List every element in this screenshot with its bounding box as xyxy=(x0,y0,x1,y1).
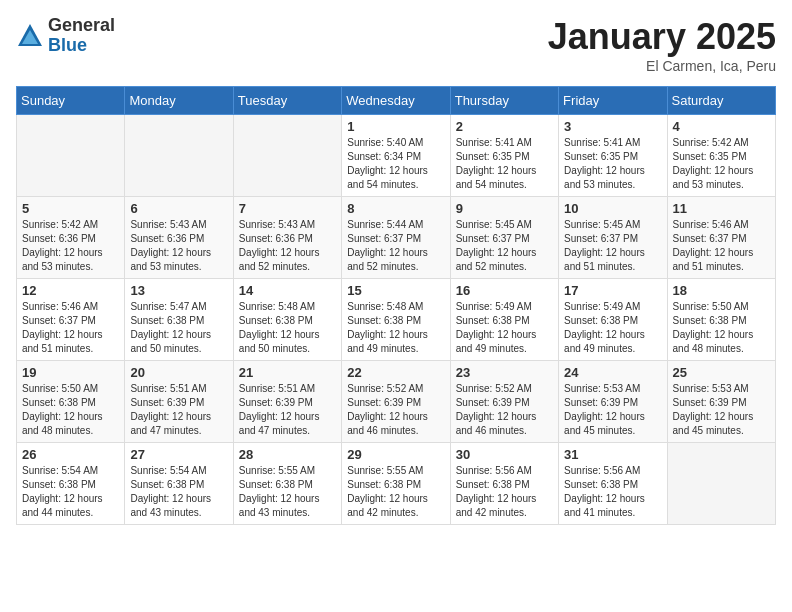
day-number: 22 xyxy=(347,365,444,380)
calendar-week-5: 26Sunrise: 5:54 AM Sunset: 6:38 PM Dayli… xyxy=(17,443,776,525)
day-number: 27 xyxy=(130,447,227,462)
day-info: Sunrise: 5:53 AM Sunset: 6:39 PM Dayligh… xyxy=(564,382,661,438)
day-number: 16 xyxy=(456,283,553,298)
day-info: Sunrise: 5:48 AM Sunset: 6:38 PM Dayligh… xyxy=(347,300,444,356)
day-number: 8 xyxy=(347,201,444,216)
day-number: 23 xyxy=(456,365,553,380)
day-number: 31 xyxy=(564,447,661,462)
day-number: 19 xyxy=(22,365,119,380)
calendar-cell: 25Sunrise: 5:53 AM Sunset: 6:39 PM Dayli… xyxy=(667,361,775,443)
day-number: 13 xyxy=(130,283,227,298)
day-info: Sunrise: 5:53 AM Sunset: 6:39 PM Dayligh… xyxy=(673,382,770,438)
day-number: 12 xyxy=(22,283,119,298)
day-info: Sunrise: 5:52 AM Sunset: 6:39 PM Dayligh… xyxy=(456,382,553,438)
calendar-cell: 16Sunrise: 5:49 AM Sunset: 6:38 PM Dayli… xyxy=(450,279,558,361)
day-number: 24 xyxy=(564,365,661,380)
logo: General Blue xyxy=(16,16,115,56)
calendar-cell: 22Sunrise: 5:52 AM Sunset: 6:39 PM Dayli… xyxy=(342,361,450,443)
title-section: January 2025 El Carmen, Ica, Peru xyxy=(548,16,776,74)
location-text: El Carmen, Ica, Peru xyxy=(548,58,776,74)
day-info: Sunrise: 5:49 AM Sunset: 6:38 PM Dayligh… xyxy=(564,300,661,356)
day-info: Sunrise: 5:40 AM Sunset: 6:34 PM Dayligh… xyxy=(347,136,444,192)
calendar-cell: 29Sunrise: 5:55 AM Sunset: 6:38 PM Dayli… xyxy=(342,443,450,525)
day-info: Sunrise: 5:52 AM Sunset: 6:39 PM Dayligh… xyxy=(347,382,444,438)
day-number: 15 xyxy=(347,283,444,298)
calendar-cell: 10Sunrise: 5:45 AM Sunset: 6:37 PM Dayli… xyxy=(559,197,667,279)
day-number: 7 xyxy=(239,201,336,216)
calendar-header-row: SundayMondayTuesdayWednesdayThursdayFrid… xyxy=(17,87,776,115)
calendar-cell xyxy=(17,115,125,197)
calendar-cell: 2Sunrise: 5:41 AM Sunset: 6:35 PM Daylig… xyxy=(450,115,558,197)
day-number: 14 xyxy=(239,283,336,298)
calendar-week-2: 5Sunrise: 5:42 AM Sunset: 6:36 PM Daylig… xyxy=(17,197,776,279)
day-number: 11 xyxy=(673,201,770,216)
calendar-cell: 7Sunrise: 5:43 AM Sunset: 6:36 PM Daylig… xyxy=(233,197,341,279)
calendar-cell xyxy=(233,115,341,197)
day-number: 2 xyxy=(456,119,553,134)
calendar-cell: 28Sunrise: 5:55 AM Sunset: 6:38 PM Dayli… xyxy=(233,443,341,525)
day-info: Sunrise: 5:51 AM Sunset: 6:39 PM Dayligh… xyxy=(130,382,227,438)
day-info: Sunrise: 5:48 AM Sunset: 6:38 PM Dayligh… xyxy=(239,300,336,356)
day-info: Sunrise: 5:46 AM Sunset: 6:37 PM Dayligh… xyxy=(22,300,119,356)
calendar-cell xyxy=(125,115,233,197)
day-info: Sunrise: 5:46 AM Sunset: 6:37 PM Dayligh… xyxy=(673,218,770,274)
calendar-cell: 23Sunrise: 5:52 AM Sunset: 6:39 PM Dayli… xyxy=(450,361,558,443)
day-number: 3 xyxy=(564,119,661,134)
calendar-week-4: 19Sunrise: 5:50 AM Sunset: 6:38 PM Dayli… xyxy=(17,361,776,443)
calendar-cell: 12Sunrise: 5:46 AM Sunset: 6:37 PM Dayli… xyxy=(17,279,125,361)
day-info: Sunrise: 5:51 AM Sunset: 6:39 PM Dayligh… xyxy=(239,382,336,438)
day-number: 6 xyxy=(130,201,227,216)
calendar-cell: 9Sunrise: 5:45 AM Sunset: 6:37 PM Daylig… xyxy=(450,197,558,279)
day-info: Sunrise: 5:56 AM Sunset: 6:38 PM Dayligh… xyxy=(564,464,661,520)
day-number: 28 xyxy=(239,447,336,462)
month-title: January 2025 xyxy=(548,16,776,58)
page-header: General Blue January 2025 El Carmen, Ica… xyxy=(16,16,776,74)
calendar-weekday-wednesday: Wednesday xyxy=(342,87,450,115)
day-info: Sunrise: 5:42 AM Sunset: 6:35 PM Dayligh… xyxy=(673,136,770,192)
day-info: Sunrise: 5:55 AM Sunset: 6:38 PM Dayligh… xyxy=(347,464,444,520)
day-number: 9 xyxy=(456,201,553,216)
calendar-cell: 17Sunrise: 5:49 AM Sunset: 6:38 PM Dayli… xyxy=(559,279,667,361)
calendar-weekday-friday: Friday xyxy=(559,87,667,115)
day-number: 26 xyxy=(22,447,119,462)
logo-blue-text: Blue xyxy=(48,36,115,56)
day-info: Sunrise: 5:43 AM Sunset: 6:36 PM Dayligh… xyxy=(239,218,336,274)
day-number: 29 xyxy=(347,447,444,462)
calendar-weekday-saturday: Saturday xyxy=(667,87,775,115)
day-info: Sunrise: 5:50 AM Sunset: 6:38 PM Dayligh… xyxy=(22,382,119,438)
calendar-cell: 6Sunrise: 5:43 AM Sunset: 6:36 PM Daylig… xyxy=(125,197,233,279)
day-info: Sunrise: 5:55 AM Sunset: 6:38 PM Dayligh… xyxy=(239,464,336,520)
day-info: Sunrise: 5:45 AM Sunset: 6:37 PM Dayligh… xyxy=(456,218,553,274)
day-info: Sunrise: 5:43 AM Sunset: 6:36 PM Dayligh… xyxy=(130,218,227,274)
calendar-cell: 8Sunrise: 5:44 AM Sunset: 6:37 PM Daylig… xyxy=(342,197,450,279)
day-number: 21 xyxy=(239,365,336,380)
calendar-weekday-thursday: Thursday xyxy=(450,87,558,115)
calendar-weekday-tuesday: Tuesday xyxy=(233,87,341,115)
day-number: 17 xyxy=(564,283,661,298)
calendar-cell: 1Sunrise: 5:40 AM Sunset: 6:34 PM Daylig… xyxy=(342,115,450,197)
calendar-cell: 13Sunrise: 5:47 AM Sunset: 6:38 PM Dayli… xyxy=(125,279,233,361)
day-number: 10 xyxy=(564,201,661,216)
day-info: Sunrise: 5:41 AM Sunset: 6:35 PM Dayligh… xyxy=(456,136,553,192)
logo-icon xyxy=(16,22,44,50)
logo-general-text: General xyxy=(48,16,115,36)
calendar-cell: 26Sunrise: 5:54 AM Sunset: 6:38 PM Dayli… xyxy=(17,443,125,525)
day-info: Sunrise: 5:47 AM Sunset: 6:38 PM Dayligh… xyxy=(130,300,227,356)
calendar-cell: 27Sunrise: 5:54 AM Sunset: 6:38 PM Dayli… xyxy=(125,443,233,525)
calendar-cell: 3Sunrise: 5:41 AM Sunset: 6:35 PM Daylig… xyxy=(559,115,667,197)
day-number: 18 xyxy=(673,283,770,298)
calendar-cell: 15Sunrise: 5:48 AM Sunset: 6:38 PM Dayli… xyxy=(342,279,450,361)
calendar-cell: 18Sunrise: 5:50 AM Sunset: 6:38 PM Dayli… xyxy=(667,279,775,361)
calendar-cell: 31Sunrise: 5:56 AM Sunset: 6:38 PM Dayli… xyxy=(559,443,667,525)
calendar-cell: 5Sunrise: 5:42 AM Sunset: 6:36 PM Daylig… xyxy=(17,197,125,279)
day-info: Sunrise: 5:45 AM Sunset: 6:37 PM Dayligh… xyxy=(564,218,661,274)
day-number: 4 xyxy=(673,119,770,134)
day-number: 5 xyxy=(22,201,119,216)
day-number: 20 xyxy=(130,365,227,380)
calendar-week-1: 1Sunrise: 5:40 AM Sunset: 6:34 PM Daylig… xyxy=(17,115,776,197)
calendar-cell: 11Sunrise: 5:46 AM Sunset: 6:37 PM Dayli… xyxy=(667,197,775,279)
calendar-table: SundayMondayTuesdayWednesdayThursdayFrid… xyxy=(16,86,776,525)
day-number: 30 xyxy=(456,447,553,462)
calendar-cell: 19Sunrise: 5:50 AM Sunset: 6:38 PM Dayli… xyxy=(17,361,125,443)
day-info: Sunrise: 5:44 AM Sunset: 6:37 PM Dayligh… xyxy=(347,218,444,274)
